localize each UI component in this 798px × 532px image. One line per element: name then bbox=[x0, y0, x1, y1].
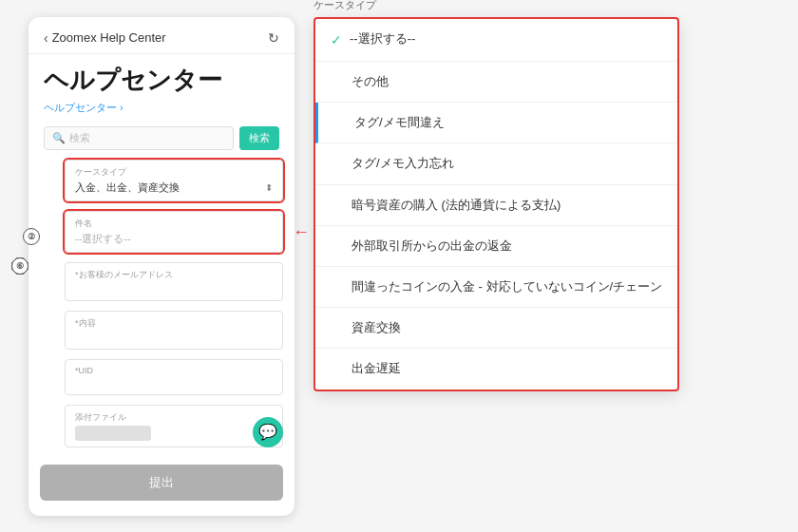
subject-placeholder: --選択する-- bbox=[75, 232, 131, 246]
dropdown-item-text-8: 出金遅延 bbox=[352, 360, 662, 377]
content-label: *内容 bbox=[75, 317, 273, 330]
form-section: ① ケースタイプ 入金、出金、資産交換 ⬍ ② 件名 bbox=[28, 160, 294, 457]
form-row-4[interactable]: *内容 bbox=[65, 311, 283, 350]
row-number-2: ② bbox=[23, 228, 40, 245]
attach-field[interactable]: 添付ファイル bbox=[65, 405, 283, 447]
case-type-field[interactable]: ケースタイプ 入金、出金、資産交換 ⬍ bbox=[65, 160, 283, 201]
dropdown-item-text-3: タグ/メモ入力忘れ bbox=[352, 155, 662, 172]
dropdown-item-2[interactable]: タグ/メモ間違え bbox=[315, 103, 677, 143]
dropdown-item-1[interactable]: その他 bbox=[315, 62, 677, 103]
form-row-1-wrap: ① ケースタイプ 入金、出金、資産交換 ⬍ bbox=[40, 160, 283, 211]
form-row-2[interactable]: 件名 --選択する-- ← bbox=[65, 211, 283, 253]
email-value bbox=[75, 283, 273, 294]
form-row-1[interactable]: ケースタイプ 入金、出金、資産交換 ⬍ bbox=[65, 160, 283, 201]
case-type-text: 入金、出金、資産交換 bbox=[75, 180, 180, 195]
search-icon: 🔍 bbox=[52, 132, 66, 144]
dropdown-panel-wrapper: ケースタイプ ✓ --選択する-- その他 タグ/メモ間違え タグ/メモ入力忘れ… bbox=[314, 17, 679, 391]
content-value bbox=[75, 332, 273, 343]
check-icon: ✓ bbox=[331, 31, 342, 50]
breadcrumb[interactable]: ヘルプセンター › bbox=[28, 101, 294, 123]
form-row-6[interactable]: 添付ファイル bbox=[65, 405, 283, 447]
form-row-3-wrap: ③ *お客様のメールアドレス bbox=[40, 262, 283, 311]
phone-header: ‹ Zoomex Help Center ↻ bbox=[28, 17, 294, 54]
dropdown-item-text-1: その他 bbox=[352, 73, 662, 90]
dropdown-arrow-icon: ⬍ bbox=[265, 182, 273, 193]
red-arrow-icon: ← bbox=[293, 221, 310, 241]
search-button[interactable]: 検索 bbox=[239, 126, 279, 150]
content-field[interactable]: *内容 bbox=[65, 311, 283, 350]
search-placeholder: 検索 bbox=[69, 131, 225, 145]
search-bar: 🔍 検索 検索 bbox=[28, 123, 294, 160]
dropdown-item-text-7: 資産交換 bbox=[352, 319, 662, 336]
dropdown-item-5[interactable]: 外部取引所からの出金の返金 bbox=[315, 226, 677, 267]
subject-value: --選択する-- bbox=[75, 232, 273, 246]
back-chevron-icon: ‹ bbox=[44, 30, 48, 46]
form-row-4-wrap: ④ *内容 bbox=[40, 311, 283, 359]
page-title: ヘルプセンター bbox=[28, 54, 294, 101]
breadcrumb-text: ヘルプセンター › bbox=[44, 101, 124, 115]
subject-label: 件名 bbox=[75, 218, 273, 230]
case-type-label: ケースタイプ bbox=[75, 166, 273, 179]
chat-fab[interactable]: 💬 bbox=[253, 417, 283, 447]
dropdown-item-text-4: 暗号資産の購入 (法的通貨による支払) bbox=[352, 197, 662, 214]
uid-label: *UID bbox=[75, 366, 273, 375]
uid-field[interactable]: *UID bbox=[65, 359, 283, 395]
email-label: *お客様のメールアドレス bbox=[75, 269, 273, 281]
phone-panel: ‹ Zoomex Help Center ↻ ヘルプセンター ヘルプセンター ›… bbox=[28, 17, 294, 516]
case-type-value: 入金、出金、資産交換 ⬍ bbox=[75, 180, 273, 195]
subject-field[interactable]: 件名 --選択する-- bbox=[65, 211, 283, 253]
dropdown-header-above: ケースタイプ bbox=[314, 0, 376, 12]
submit-button[interactable]: 提出 bbox=[40, 465, 283, 501]
dropdown-item-4[interactable]: 暗号資産の購入 (法的通貨による支払) bbox=[315, 185, 677, 226]
form-row-6-wrap: ⑥ 添付ファイル bbox=[40, 405, 283, 457]
dropdown-item-text-6: 間違ったコインの入金 - 対応していないコイン/チェーン bbox=[352, 278, 662, 295]
submit-wrap: 提出 💬 bbox=[28, 465, 294, 501]
dropdown-item-6[interactable]: 間違ったコインの入金 - 対応していないコイン/チェーン bbox=[315, 267, 677, 308]
back-text: Zoomex Help Center bbox=[52, 30, 166, 45]
refresh-icon[interactable]: ↻ bbox=[268, 30, 279, 46]
attach-label: 添付ファイル bbox=[75, 411, 151, 424]
dropdown-item-7[interactable]: 資産交換 bbox=[315, 308, 677, 349]
search-input-wrap: 🔍 検索 bbox=[44, 126, 234, 150]
uid-value bbox=[75, 377, 273, 389]
dropdown-item-8[interactable]: 出金遅延 bbox=[315, 349, 677, 389]
form-row-5[interactable]: *UID bbox=[65, 359, 283, 395]
dropdown-panel: ✓ --選択する-- その他 タグ/メモ間違え タグ/メモ入力忘れ 暗号資産の購… bbox=[314, 17, 679, 391]
dropdown-item-text-2: タグ/メモ間違え bbox=[354, 114, 662, 131]
form-row-2-wrap: ② 件名 --選択する-- ← bbox=[40, 211, 283, 262]
back-link[interactable]: ‹ Zoomex Help Center bbox=[44, 30, 166, 46]
dropdown-item-text-5: 外部取引所からの出金の返金 bbox=[352, 238, 662, 255]
email-field[interactable]: *お客様のメールアドレス bbox=[65, 262, 283, 301]
form-row-3[interactable]: *お客様のメールアドレス bbox=[65, 262, 283, 301]
row-number-6: ⑥ bbox=[11, 257, 28, 275]
dropdown-item-0[interactable]: ✓ --選択する-- bbox=[315, 19, 677, 63]
form-row-5-wrap: ⑤ *UID bbox=[40, 359, 283, 405]
dropdown-item-3[interactable]: タグ/メモ入力忘れ bbox=[315, 143, 677, 184]
dropdown-item-text-0: --選択する-- bbox=[350, 30, 662, 48]
attach-placeholder bbox=[75, 426, 151, 441]
